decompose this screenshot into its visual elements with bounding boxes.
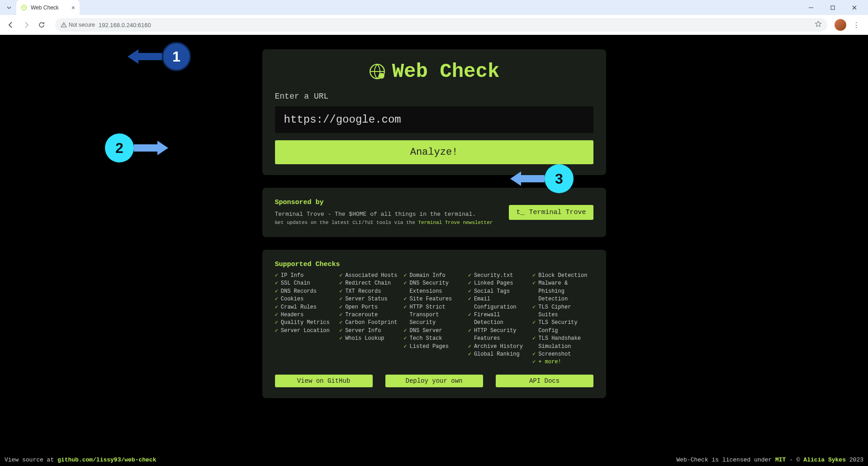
- check-icon: ✓: [532, 358, 536, 366]
- check-item-label: Server Location: [281, 327, 330, 335]
- check-item: ✓Security.txt: [468, 272, 529, 280]
- check-icon: ✓: [468, 311, 471, 319]
- check-icon: ✓: [468, 288, 471, 295]
- star-icon[interactable]: [815, 20, 822, 29]
- maximize-button[interactable]: [823, 1, 843, 14]
- check-icon: ✓: [468, 327, 471, 335]
- check-item: ✓TLS Handshake Simulation: [532, 335, 593, 351]
- page-body: Web Check Enter a URL Analyze! Sponsored…: [0, 35, 868, 466]
- check-item-label: Associated Hosts: [345, 272, 397, 280]
- close-icon[interactable]: ×: [67, 4, 75, 11]
- sponsor-button[interactable]: t_ Terminal Trove: [509, 205, 593, 220]
- github-button[interactable]: View on GitHub: [275, 375, 373, 387]
- check-item: ✓HTTP Strict Transport Security: [403, 304, 464, 327]
- check-icon: ✓: [275, 295, 278, 303]
- check-item: ✓TLS Cipher Suites: [532, 304, 593, 319]
- check-item: ✓DNS Records: [275, 288, 336, 295]
- footer-left: View source at github.com/lissy93/web-ch…: [5, 456, 156, 463]
- check-item: ✓Malware & Phishing Detection: [532, 280, 593, 303]
- check-icon: ✓: [339, 295, 342, 303]
- footer-right-pre: Web-Check is licensed under: [677, 456, 775, 463]
- check-item: ✓Headers: [275, 311, 336, 319]
- annotation-2: 2: [105, 133, 168, 162]
- check-item: ✓Social Tags: [468, 288, 529, 295]
- sponsor-newsletter-link[interactable]: Terminal Trove newsletter: [418, 220, 493, 225]
- check-item-label: Email Configuration: [474, 295, 529, 311]
- tab-strip: Web Check ×: [0, 0, 868, 15]
- sponsor-heading: Sponsored by: [275, 199, 493, 206]
- check-item-label: Traceroute: [345, 311, 378, 319]
- url-input-label: Enter a URL: [275, 92, 593, 101]
- window-controls: [801, 1, 864, 14]
- check-item-label: + more!: [538, 358, 561, 366]
- tab-search-button[interactable]: [4, 2, 14, 13]
- minimize-button[interactable]: [801, 1, 821, 14]
- check-item-label: TXT Records: [345, 288, 381, 295]
- back-button[interactable]: [5, 19, 17, 31]
- reload-button[interactable]: [35, 19, 48, 31]
- check-item-label: Global Ranking: [474, 351, 520, 358]
- check-item: ✓Server Location: [275, 327, 336, 335]
- analyze-button[interactable]: Analyze!: [275, 140, 593, 164]
- check-icon: ✓: [532, 335, 536, 342]
- check-icon: ✓: [275, 327, 278, 335]
- main-card: Web Check Enter a URL Analyze!: [262, 49, 606, 175]
- svg-point-4: [379, 73, 384, 79]
- more-icon[interactable]: ⋮: [849, 21, 863, 29]
- warning-icon: [61, 22, 67, 28]
- check-icon: ✓: [403, 343, 407, 351]
- check-icon: ✓: [339, 304, 342, 311]
- check-item-label: Linked Pages: [474, 280, 513, 287]
- sponsor-card: Sponsored by Terminal Trove - The $HOME …: [262, 188, 606, 237]
- terminal-icon: t_: [516, 209, 524, 216]
- check-item-label: Domain Info: [410, 272, 446, 280]
- forward-button[interactable]: [20, 19, 33, 31]
- check-icon: ✓: [339, 280, 342, 287]
- avatar[interactable]: [835, 19, 846, 31]
- check-item: ✓Traceroute: [339, 311, 400, 319]
- check-item-label: Redirect Chain: [345, 280, 391, 287]
- check-icon: ✓: [275, 311, 278, 319]
- check-item-label: Malware & Phishing Detection: [538, 280, 593, 303]
- check-item: ✓SSL Chain: [275, 280, 336, 287]
- check-icon: ✓: [403, 295, 407, 303]
- check-item: ✓Email Configuration: [468, 295, 529, 311]
- check-icon: ✓: [339, 311, 342, 319]
- check-item: ✓Site Features: [403, 295, 464, 303]
- footer-license-link[interactable]: MIT: [775, 456, 786, 463]
- check-item: ✓Firewall Detection: [468, 311, 529, 327]
- check-item: ✓Whois Lookup: [339, 335, 400, 342]
- window-close-button[interactable]: [844, 1, 864, 14]
- check-icon: ✓: [339, 319, 342, 327]
- address-bar[interactable]: Not secure 192.168.0.240:6160: [55, 18, 827, 32]
- check-item: ✓Screenshot: [532, 351, 593, 358]
- check-item-label: DNS Server: [410, 327, 442, 335]
- check-item: ✓Associated Hosts: [339, 272, 400, 280]
- check-item-label: DNS Records: [281, 288, 317, 295]
- check-icon: ✓: [403, 335, 407, 342]
- sponsor-line2-pre: Get updates on the latest CLI/TUI tools …: [275, 220, 418, 225]
- arrow-left-icon: [128, 48, 162, 66]
- check-item: ✓Open Ports: [339, 304, 400, 311]
- check-item-label: Quality Metrics: [281, 319, 330, 327]
- security-indicator[interactable]: Not secure: [61, 22, 95, 28]
- check-icon: ✓: [403, 327, 407, 335]
- check-item: ✓Listed Pages: [403, 343, 464, 351]
- checks-heading: Supported Checks: [275, 261, 593, 268]
- footer-source-link[interactable]: github.com/lissy93/web-check: [57, 456, 156, 463]
- url-input[interactable]: [275, 106, 593, 133]
- check-icon: ✓: [403, 304, 407, 311]
- deploy-button[interactable]: Deploy your own: [385, 375, 483, 387]
- check-item-label: Firewall Detection: [474, 311, 529, 327]
- check-item-label: SSL Chain: [281, 280, 310, 287]
- check-icon: ✓: [532, 351, 536, 358]
- check-item-label: TLS Security Config: [538, 319, 593, 335]
- app-logo: Web Check: [275, 60, 593, 83]
- check-item: ✓DNS Server: [403, 327, 464, 335]
- globe-icon: [369, 63, 386, 80]
- url-text: 192.168.0.240:6160: [99, 22, 151, 29]
- api-docs-button[interactable]: API Docs: [496, 375, 593, 387]
- footer-author-link[interactable]: Alicia Sykes: [803, 456, 846, 463]
- browser-tab[interactable]: Web Check ×: [16, 0, 80, 15]
- check-icon: ✓: [468, 343, 471, 351]
